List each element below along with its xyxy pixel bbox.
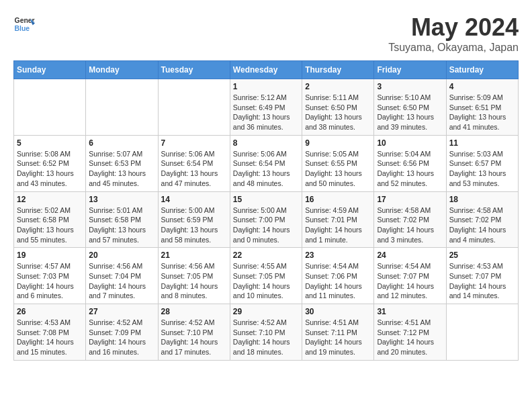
- day-number: 20: [89, 250, 154, 260]
- calendar-cell: 13Sunrise: 5:01 AM Sunset: 6:58 PM Dayli…: [86, 191, 158, 248]
- calendar-body: 1Sunrise: 5:12 AM Sunset: 6:49 PM Daylig…: [14, 79, 519, 361]
- day-number: 28: [161, 307, 227, 316]
- day-info: Sunrise: 5:03 AM Sunset: 6:57 PM Dayligh…: [449, 149, 515, 189]
- page-header: General Blue May 2024 Tsuyama, Okayama, …: [13, 13, 519, 54]
- calendar-cell: [86, 79, 158, 136]
- day-info: Sunrise: 5:02 AM Sunset: 6:58 PM Dayligh…: [17, 205, 83, 245]
- calendar-cell: 5Sunrise: 5:08 AM Sunset: 6:52 PM Daylig…: [14, 135, 86, 191]
- calendar-cell: 17Sunrise: 4:58 AM Sunset: 7:02 PM Dayli…: [374, 191, 446, 248]
- day-info: Sunrise: 5:11 AM Sunset: 6:50 PM Dayligh…: [305, 93, 371, 132]
- calendar-cell: 18Sunrise: 4:58 AM Sunset: 7:02 PM Dayli…: [446, 191, 518, 248]
- day-info: Sunrise: 4:56 AM Sunset: 7:04 PM Dayligh…: [89, 261, 154, 301]
- day-number: 8: [233, 138, 299, 148]
- day-number: 14: [161, 195, 227, 204]
- day-number: 3: [377, 82, 443, 91]
- day-number: 15: [233, 195, 299, 204]
- logo: General Blue: [13, 13, 35, 35]
- day-number: 1: [233, 82, 299, 91]
- week-row-3: 12Sunrise: 5:02 AM Sunset: 6:58 PM Dayli…: [14, 191, 519, 248]
- day-number: 11: [449, 138, 515, 148]
- day-number: 17: [377, 195, 443, 204]
- calendar-cell: [158, 79, 230, 136]
- day-info: Sunrise: 4:58 AM Sunset: 7:02 PM Dayligh…: [449, 205, 515, 245]
- day-number: 22: [233, 250, 299, 260]
- day-info: Sunrise: 4:51 AM Sunset: 7:12 PM Dayligh…: [377, 318, 443, 357]
- calendar-cell: 14Sunrise: 5:00 AM Sunset: 6:59 PM Dayli…: [158, 191, 230, 248]
- logo-icon: General Blue: [13, 13, 35, 35]
- calendar-cell: 16Sunrise: 4:59 AM Sunset: 7:01 PM Dayli…: [302, 191, 374, 248]
- calendar-cell: 24Sunrise: 4:54 AM Sunset: 7:07 PM Dayli…: [374, 248, 446, 304]
- calendar-cell: [446, 304, 518, 361]
- day-number: 9: [305, 138, 371, 148]
- calendar-cell: [14, 79, 86, 136]
- calendar-cell: 19Sunrise: 4:57 AM Sunset: 7:03 PM Dayli…: [14, 248, 86, 304]
- day-info: Sunrise: 5:06 AM Sunset: 6:54 PM Dayligh…: [161, 149, 227, 189]
- calendar-cell: 25Sunrise: 4:53 AM Sunset: 7:07 PM Dayli…: [446, 248, 518, 304]
- day-header-sunday: Sunday: [14, 61, 86, 79]
- day-info: Sunrise: 5:00 AM Sunset: 6:59 PM Dayligh…: [161, 205, 227, 245]
- calendar-cell: 10Sunrise: 5:04 AM Sunset: 6:56 PM Dayli…: [374, 135, 446, 191]
- week-row-4: 19Sunrise: 4:57 AM Sunset: 7:03 PM Dayli…: [14, 248, 519, 304]
- calendar-cell: 22Sunrise: 4:55 AM Sunset: 7:05 PM Dayli…: [230, 248, 302, 304]
- day-info: Sunrise: 4:57 AM Sunset: 7:03 PM Dayligh…: [17, 261, 83, 301]
- calendar-cell: 7Sunrise: 5:06 AM Sunset: 6:54 PM Daylig…: [158, 135, 230, 191]
- day-info: Sunrise: 5:12 AM Sunset: 6:49 PM Dayligh…: [233, 93, 299, 132]
- day-info: Sunrise: 5:04 AM Sunset: 6:56 PM Dayligh…: [377, 149, 443, 189]
- calendar-cell: 26Sunrise: 4:53 AM Sunset: 7:08 PM Dayli…: [14, 304, 86, 361]
- day-info: Sunrise: 4:51 AM Sunset: 7:11 PM Dayligh…: [305, 318, 371, 357]
- day-info: Sunrise: 4:56 AM Sunset: 7:05 PM Dayligh…: [161, 261, 227, 301]
- calendar-cell: 6Sunrise: 5:07 AM Sunset: 6:53 PM Daylig…: [86, 135, 158, 191]
- calendar-cell: 3Sunrise: 5:10 AM Sunset: 6:50 PM Daylig…: [374, 79, 446, 136]
- month-title: May 2024: [388, 13, 519, 42]
- calendar-cell: 12Sunrise: 5:02 AM Sunset: 6:58 PM Dayli…: [14, 191, 86, 248]
- calendar-cell: 1Sunrise: 5:12 AM Sunset: 6:49 PM Daylig…: [230, 79, 302, 136]
- day-info: Sunrise: 4:53 AM Sunset: 7:07 PM Dayligh…: [449, 261, 515, 301]
- day-info: Sunrise: 4:52 AM Sunset: 7:10 PM Dayligh…: [233, 318, 299, 357]
- day-header-thursday: Thursday: [302, 61, 374, 79]
- day-number: 30: [305, 307, 371, 316]
- week-row-2: 5Sunrise: 5:08 AM Sunset: 6:52 PM Daylig…: [14, 135, 519, 191]
- day-number: 13: [89, 195, 154, 204]
- calendar-cell: 23Sunrise: 4:54 AM Sunset: 7:06 PM Dayli…: [302, 248, 374, 304]
- calendar-cell: 27Sunrise: 4:52 AM Sunset: 7:09 PM Dayli…: [86, 304, 158, 361]
- day-info: Sunrise: 4:54 AM Sunset: 7:07 PM Dayligh…: [377, 261, 443, 301]
- day-number: 21: [161, 250, 227, 260]
- calendar-cell: 30Sunrise: 4:51 AM Sunset: 7:11 PM Dayli…: [302, 304, 374, 361]
- day-number: 31: [377, 307, 443, 316]
- day-number: 29: [233, 307, 299, 316]
- day-number: 26: [17, 307, 83, 316]
- calendar-table: SundayMondayTuesdayWednesdayThursdayFrid…: [13, 60, 519, 361]
- calendar-cell: 29Sunrise: 4:52 AM Sunset: 7:10 PM Dayli…: [230, 304, 302, 361]
- calendar-cell: 8Sunrise: 5:06 AM Sunset: 6:54 PM Daylig…: [230, 135, 302, 191]
- day-number: 10: [377, 138, 443, 148]
- day-info: Sunrise: 5:05 AM Sunset: 6:55 PM Dayligh…: [305, 149, 371, 189]
- calendar-cell: 4Sunrise: 5:09 AM Sunset: 6:51 PM Daylig…: [446, 79, 518, 136]
- day-header-wednesday: Wednesday: [230, 61, 302, 79]
- calendar-cell: 9Sunrise: 5:05 AM Sunset: 6:55 PM Daylig…: [302, 135, 374, 191]
- calendar-cell: 15Sunrise: 5:00 AM Sunset: 7:00 PM Dayli…: [230, 191, 302, 248]
- day-number: 12: [17, 195, 83, 204]
- calendar-header: SundayMondayTuesdayWednesdayThursdayFrid…: [14, 61, 519, 79]
- title-block: May 2024 Tsuyama, Okayama, Japan: [388, 13, 519, 54]
- day-number: 4: [449, 82, 515, 91]
- day-number: 27: [89, 307, 154, 316]
- day-info: Sunrise: 5:00 AM Sunset: 7:00 PM Dayligh…: [233, 205, 299, 245]
- svg-text:Blue: Blue: [15, 25, 30, 32]
- day-info: Sunrise: 4:54 AM Sunset: 7:06 PM Dayligh…: [305, 261, 371, 301]
- day-number: 19: [17, 250, 83, 260]
- day-number: 16: [305, 195, 371, 204]
- calendar-cell: 28Sunrise: 4:52 AM Sunset: 7:10 PM Dayli…: [158, 304, 230, 361]
- day-info: Sunrise: 4:59 AM Sunset: 7:01 PM Dayligh…: [305, 205, 371, 245]
- day-info: Sunrise: 4:52 AM Sunset: 7:10 PM Dayligh…: [161, 318, 227, 357]
- week-row-5: 26Sunrise: 4:53 AM Sunset: 7:08 PM Dayli…: [14, 304, 519, 361]
- day-number: 23: [305, 250, 371, 260]
- days-row: SundayMondayTuesdayWednesdayThursdayFrid…: [14, 61, 519, 79]
- day-info: Sunrise: 5:10 AM Sunset: 6:50 PM Dayligh…: [377, 93, 443, 132]
- day-info: Sunrise: 4:55 AM Sunset: 7:05 PM Dayligh…: [233, 261, 299, 301]
- day-number: 18: [449, 195, 515, 204]
- day-header-friday: Friday: [374, 61, 446, 79]
- day-info: Sunrise: 5:07 AM Sunset: 6:53 PM Dayligh…: [89, 149, 154, 189]
- calendar-cell: 21Sunrise: 4:56 AM Sunset: 7:05 PM Dayli…: [158, 248, 230, 304]
- day-header-saturday: Saturday: [446, 61, 518, 79]
- calendar-cell: 11Sunrise: 5:03 AM Sunset: 6:57 PM Dayli…: [446, 135, 518, 191]
